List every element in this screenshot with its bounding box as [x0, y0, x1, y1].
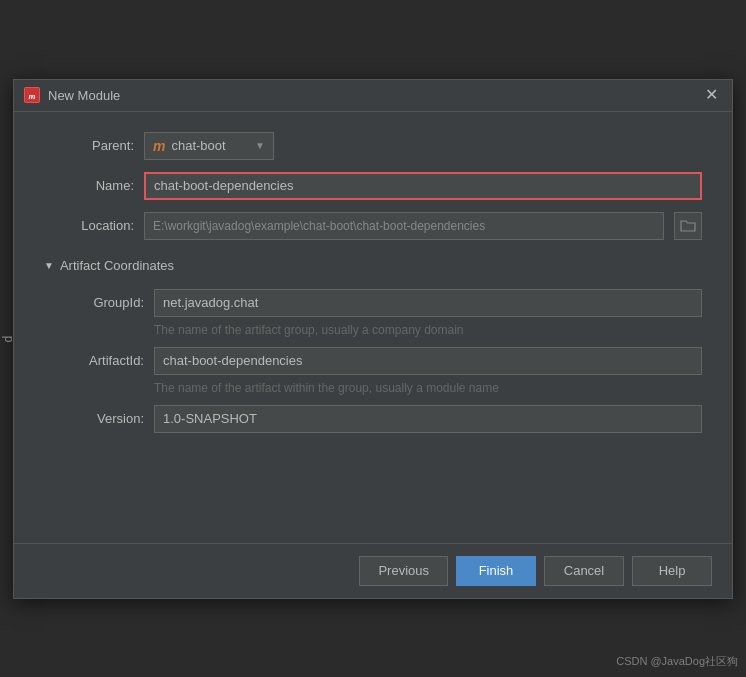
sidebar-indicator: p — [0, 331, 18, 346]
groupid-help-text: The name of the artifact group, usually … — [54, 323, 702, 337]
groupid-row: GroupId: — [54, 289, 702, 317]
artifactid-help-text: The name of the artifact within the grou… — [54, 381, 702, 395]
svg-text:m: m — [28, 91, 35, 101]
groupid-label: GroupId: — [54, 295, 144, 310]
groupid-input[interactable] — [154, 289, 702, 317]
artifactid-row: ArtifactId: — [54, 347, 702, 375]
artifactid-label: ArtifactId: — [54, 353, 144, 368]
section-title: Artifact Coordinates — [60, 258, 174, 273]
cancel-button[interactable]: Cancel — [544, 556, 624, 586]
version-label: Version: — [54, 411, 144, 426]
parent-icon: m — [153, 138, 165, 154]
name-input[interactable] — [144, 172, 702, 200]
version-row: Version: — [54, 405, 702, 433]
new-module-dialog: m New Module ✕ Parent: m chat-boot ▼ Nam… — [13, 79, 733, 599]
version-input[interactable] — [154, 405, 702, 433]
location-label: Location: — [44, 218, 134, 233]
dialog-body: Parent: m chat-boot ▼ Name: Location: — [14, 112, 732, 543]
dialog-title: New Module — [48, 88, 120, 103]
parent-select[interactable]: m chat-boot ▼ — [144, 132, 274, 160]
parent-row: Parent: m chat-boot ▼ — [44, 132, 702, 160]
previous-button[interactable]: Previous — [359, 556, 448, 586]
location-row: Location: — [44, 212, 702, 240]
watermark: CSDN @JavaDog社区狗 — [616, 654, 738, 669]
parent-label: Parent: — [44, 138, 134, 153]
artifactid-input[interactable] — [154, 347, 702, 375]
name-label: Name: — [44, 178, 134, 193]
artifact-section: GroupId: The name of the artifact group,… — [44, 289, 702, 433]
help-button[interactable]: Help — [632, 556, 712, 586]
collapse-arrow-icon[interactable]: ▼ — [44, 260, 54, 271]
name-row: Name: — [44, 172, 702, 200]
close-button[interactable]: ✕ — [701, 85, 722, 105]
artifact-section-header: ▼ Artifact Coordinates — [44, 258, 702, 273]
dropdown-arrow-icon: ▼ — [255, 140, 265, 151]
title-bar-left: m New Module — [24, 87, 120, 103]
dialog-icon: m — [24, 87, 40, 103]
location-input[interactable] — [144, 212, 664, 240]
finish-button[interactable]: Finish — [456, 556, 536, 586]
dialog-footer: Previous Finish Cancel Help — [14, 543, 732, 598]
parent-value: chat-boot — [171, 138, 225, 153]
folder-button[interactable] — [674, 212, 702, 240]
title-bar: m New Module ✕ — [14, 80, 732, 112]
